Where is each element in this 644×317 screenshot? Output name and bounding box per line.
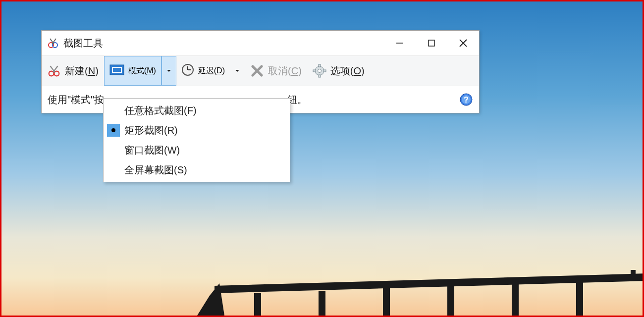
mode-label: 模式(M): [128, 66, 156, 76]
svg-rect-1: [319, 291, 325, 316]
close-button[interactable]: [447, 31, 479, 55]
svg-rect-12: [429, 40, 434, 46]
svg-point-27: [318, 69, 321, 73]
svg-rect-28: [319, 64, 321, 67]
options-label: 选项(O): [330, 64, 365, 78]
toolbar: 新建(N) 模式(M): [42, 55, 479, 86]
mode-menu-item-window[interactable]: 窗口截图(W): [105, 140, 289, 160]
window-title: 截图工具: [63, 37, 384, 50]
selected-indicator: [105, 124, 122, 137]
help-icon[interactable]: ?: [459, 93, 473, 106]
svg-rect-2: [383, 288, 390, 316]
delay-dropdown-caret[interactable]: [230, 56, 245, 86]
cancel-label: 取消(C): [268, 64, 302, 78]
mode-button[interactable]: 模式(M): [104, 56, 176, 86]
svg-rect-6: [631, 270, 636, 277]
gear-icon: [313, 64, 326, 78]
svg-rect-0: [254, 293, 261, 316]
svg-rect-29: [319, 75, 321, 77]
svg-text:?: ?: [464, 96, 469, 104]
mode-menu-item-fullscreen[interactable]: 全屏幕截图(S): [105, 160, 289, 180]
rectangle-mode-icon: [109, 64, 124, 77]
cancel-x-icon: [250, 64, 264, 78]
svg-rect-5: [576, 281, 583, 316]
landscape-silhouette: [1, 256, 644, 316]
minimize-button[interactable]: [384, 31, 416, 55]
chevron-down-icon: [234, 68, 240, 74]
maximize-button[interactable]: [416, 31, 447, 55]
snipping-tool-icon: [47, 37, 59, 50]
mode-dropdown-menu: 任意格式截图(F) 矩形截图(R) 窗口截图(W) 全屏幕截图(S): [103, 98, 290, 182]
delay-label: 延迟(D): [198, 66, 225, 76]
titlebar[interactable]: 截图工具: [42, 31, 479, 55]
delay-button[interactable]: 延迟(D): [176, 56, 245, 86]
cancel-button: 取消(C): [245, 56, 307, 86]
clock-icon: [181, 63, 194, 78]
mode-menu-item-rectangle[interactable]: 矩形截图(R): [105, 120, 289, 140]
mode-menu-item-freeform[interactable]: 任意格式截图(F): [105, 101, 289, 120]
scissors-icon: [47, 64, 61, 78]
chevron-down-icon: [166, 68, 172, 74]
new-button[interactable]: 新建(N): [42, 56, 104, 86]
svg-rect-3: [447, 286, 454, 316]
svg-rect-31: [323, 70, 326, 72]
svg-rect-4: [512, 283, 519, 316]
new-label: 新建(N): [65, 64, 99, 78]
options-button[interactable]: 选项(O): [307, 56, 370, 86]
svg-rect-30: [313, 70, 316, 72]
mode-dropdown-caret[interactable]: [161, 56, 176, 86]
window-controls: [384, 31, 479, 55]
